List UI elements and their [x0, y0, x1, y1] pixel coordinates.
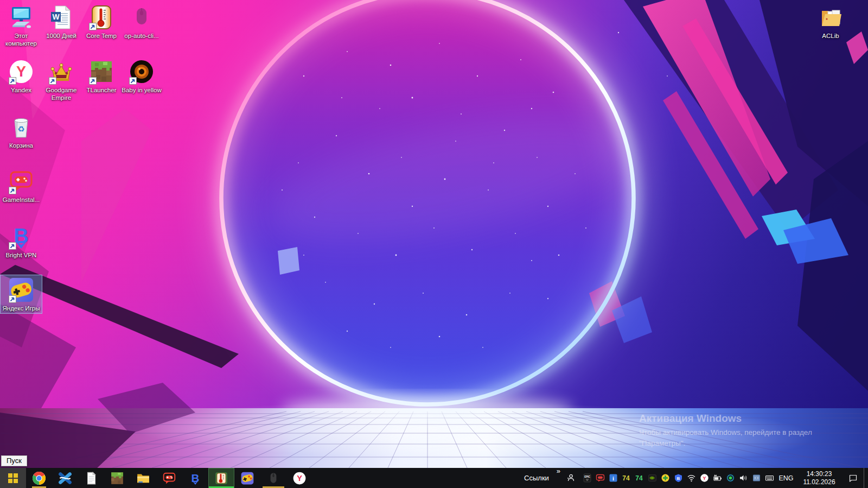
- people-button[interactable]: [563, 468, 576, 488]
- desktop-icon-aclib[interactable]: ACLib: [809, 2, 852, 41]
- desktop-icon-label: 1000 Дней: [41, 32, 82, 40]
- word-document-icon: W: [48, 4, 74, 30]
- desktop-icon-label: Этот компьютер: [1, 32, 42, 47]
- yandex-browser-icon: Y: [8, 59, 34, 85]
- taskbar-core-temp-button[interactable]: [208, 468, 234, 488]
- shortcut-arrow-icon: [89, 23, 97, 30]
- svg-text:B: B: [192, 471, 200, 484]
- desktop-icon-this-pc[interactable]: Этот компьютер: [0, 2, 42, 49]
- desktop-icon-op-auto-clicker[interactable]: op-auto-cli...: [120, 2, 163, 41]
- windows-desktop: Этот компьютер W 1000 Дней Core Temp: [0, 0, 868, 488]
- desktop-icon-bright-vpn[interactable]: B Bright VPN: [0, 221, 42, 261]
- wifi-icon[interactable]: [685, 468, 698, 488]
- shortcut-arrow-icon: [9, 77, 16, 85]
- antivirus-tray-icon[interactable]: [659, 468, 672, 488]
- folder-open-icon: [818, 4, 844, 30]
- taskbar-tlauncher-button[interactable]: [104, 468, 130, 488]
- start-button[interactable]: [0, 468, 26, 488]
- taskbar-game-installer-button[interactable]: [156, 468, 182, 488]
- bright-vpn-logo-icon: B: [8, 224, 34, 250]
- orange-eye-icon: [129, 59, 155, 85]
- bright-vpn-logo-icon: B: [188, 471, 202, 485]
- system-tray: Ссылки » EPIC i 74: [520, 468, 868, 488]
- desktop-icon-goodgame-empire[interactable]: Goodgame Empire: [40, 56, 82, 103]
- recycle-bin-icon: ♻: [8, 114, 34, 140]
- taskbar-auto-clicker-button[interactable]: [260, 468, 286, 488]
- this-pc-icon: [8, 4, 34, 30]
- links-toolbar[interactable]: Ссылки »: [520, 468, 553, 488]
- gamepad-bubble-icon: [162, 471, 176, 485]
- desktop-icon-recycle-bin[interactable]: ♻ Корзина: [0, 112, 42, 151]
- desktop-icon-label: Корзина: [1, 142, 42, 149]
- taskbar-explorer-button[interactable]: [130, 468, 156, 488]
- touch-keyboard-icon[interactable]: [763, 468, 776, 488]
- taskbar: B: [0, 468, 868, 488]
- shortcut-arrow-icon: [129, 77, 137, 85]
- green-orb-tray-icon[interactable]: [724, 468, 737, 488]
- desktop-icon-game-installer[interactable]: GameInstal...: [0, 166, 42, 205]
- desktop-icon-label: Core Temp: [81, 32, 122, 40]
- taskbar-yandex-games-button[interactable]: [234, 468, 260, 488]
- taskbar-bright-vpn-button[interactable]: B: [182, 468, 208, 488]
- svg-text:B: B: [676, 476, 680, 481]
- taskbar-yandex-browser-button[interactable]: Y: [286, 468, 312, 488]
- nvidia-settings-tray-icon[interactable]: [646, 468, 659, 488]
- action-center-button[interactable]: [842, 468, 864, 488]
- desktop-icon-label: GameInstal...: [1, 196, 42, 204]
- gamepad-bubble-icon: [8, 168, 34, 194]
- epic-games-tray-icon[interactable]: EPIC: [580, 468, 593, 488]
- desktop-icon-yandex-games[interactable]: Яндекс Игры: [0, 275, 42, 314]
- desktop-icon-word-document[interactable]: W 1000 Дней: [40, 2, 82, 41]
- desktop-icon-yandex-browser[interactable]: Y Yandex: [0, 56, 42, 96]
- language-indicator[interactable]: ENG: [776, 474, 796, 482]
- desktop-icon-label: Bright VPN: [1, 251, 42, 259]
- desktop-icon-core-temp[interactable]: Core Temp: [80, 2, 123, 41]
- svg-text:♻: ♻: [17, 124, 24, 134]
- clock-time: 14:30:23: [796, 470, 842, 478]
- volume-icon[interactable]: [737, 468, 750, 488]
- svg-text:i: i: [612, 476, 614, 481]
- shortcut-arrow-icon: [9, 187, 16, 194]
- links-label: Ссылки: [524, 474, 549, 482]
- svg-text:Y: Y: [16, 64, 26, 80]
- clock[interactable]: 14:30:23 11.02.2026: [796, 470, 842, 486]
- svg-text:EPIC: EPIC: [584, 476, 590, 478]
- taskbar-chrome-button[interactable]: [26, 468, 52, 488]
- grass-block-icon: [110, 471, 124, 485]
- desktop-icon-tlauncher[interactable]: TLauncher: [80, 56, 123, 96]
- bright-vpn-tray-icon[interactable]: B: [672, 468, 685, 488]
- yandex-browser-tray-icon[interactable]: Y: [698, 468, 711, 488]
- file-explorer-icon: [136, 471, 150, 485]
- desktop-icon-label: ACLib: [810, 32, 851, 40]
- shortcut-arrow-icon: [9, 295, 16, 303]
- desktop-icon-label: TLauncher: [81, 86, 122, 94]
- taskbar-notepad-button[interactable]: [78, 468, 104, 488]
- auto-clicker-mouse-icon: [129, 4, 155, 30]
- windows-logo-icon: [8, 473, 18, 483]
- cpu-temp-indicator-1[interactable]: 74: [620, 474, 633, 482]
- yandex-games-icon: [8, 277, 34, 303]
- desktop-icon-label: op-auto-cli...: [121, 32, 162, 40]
- desktop-icon-label: Яндекс Игры: [1, 305, 42, 312]
- toolbar-overflow-chevron-icon[interactable]: »: [557, 467, 560, 475]
- svg-text:Y: Y: [703, 475, 706, 481]
- notepad-icon: [84, 471, 98, 485]
- cpu-temp-indicator-2[interactable]: 74: [633, 474, 646, 482]
- battery-icon[interactable]: [711, 468, 724, 488]
- crown-icon: [48, 59, 74, 85]
- chrome-icon: [32, 471, 46, 485]
- info-tray-icon[interactable]: i: [607, 468, 620, 488]
- game-installer-tray-icon[interactable]: [593, 468, 607, 488]
- app-window-tray-icon[interactable]: [750, 468, 763, 488]
- shortcut-arrow-icon: [89, 77, 97, 85]
- desktop-icon-label: Goodgame Empire: [41, 86, 82, 102]
- taskbar-x-app-button[interactable]: [52, 468, 78, 488]
- shortcut-arrow-icon: [9, 242, 16, 250]
- desktop-icon-baby-in-yellow[interactable]: Baby in yellow: [120, 56, 163, 96]
- shortcut-arrow-icon: [49, 77, 56, 85]
- svg-text:Y: Y: [297, 474, 302, 483]
- core-temp-icon: [214, 471, 228, 485]
- x-app-icon: [58, 471, 72, 485]
- start-tooltip: Пуск: [1, 455, 27, 466]
- show-desktop-button[interactable]: [864, 468, 867, 488]
